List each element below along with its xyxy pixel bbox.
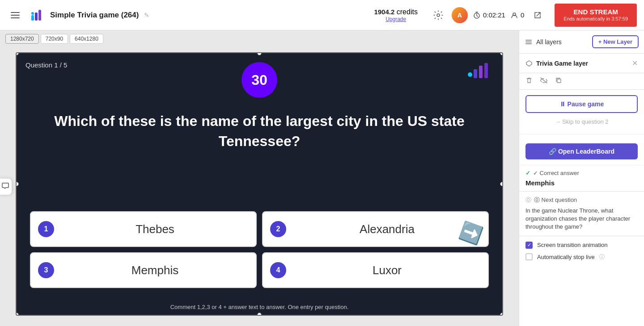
correct-answer-heading: ✓ Correct answer	[533, 170, 579, 176]
open-external-button[interactable]	[530, 7, 546, 23]
edit-title-icon[interactable]: ✎	[144, 12, 149, 19]
resize-handle-br[interactable]	[500, 313, 503, 316]
layers-icon	[525, 38, 533, 46]
layer-close-button[interactable]: ✕	[632, 59, 638, 67]
auto-stop-label: Automatically stop live	[537, 254, 595, 260]
answer-1-number: 1	[38, 221, 54, 237]
answer-3[interactable]: 3 Memphis	[30, 252, 257, 288]
svg-point-8	[437, 14, 440, 17]
pause-game-button[interactable]: ⏸ Pause game	[525, 95, 638, 113]
next-question-heading: ⓪ Next question	[534, 196, 577, 204]
answer-2-text: Alexandria	[293, 222, 481, 236]
end-stream-button[interactable]: END STREAM Ends automatically in 3:57:59	[555, 4, 637, 27]
credits-label: credits	[397, 8, 418, 16]
next-question-label: ⓪ ⓪ Next question	[525, 196, 638, 204]
res-tab-1280[interactable]: 1280x720	[5, 34, 39, 44]
viewers-number: 0	[521, 11, 524, 19]
svg-rect-17	[525, 43, 532, 44]
answer-1-text: Thebes	[61, 222, 249, 236]
svg-rect-6	[38, 10, 41, 21]
answer-4[interactable]: 4 Luxor	[262, 252, 489, 288]
settings-button[interactable]	[430, 7, 446, 23]
app-logo	[29, 7, 45, 23]
resize-handle-ml[interactable]	[16, 182, 19, 186]
settings-section: ✓ Screen transition animation Automatica…	[519, 236, 644, 271]
duplicate-layer-button[interactable]	[555, 77, 562, 86]
chat-panel-toggle[interactable]	[0, 179, 12, 195]
correct-answer-value: Memphis	[525, 179, 638, 187]
svg-rect-0	[11, 12, 20, 13]
svg-rect-14	[484, 63, 488, 78]
canvas-wrapper: Question 1 / 5 30 Which of these is the …	[0, 47, 519, 326]
timer-value: 0:02:21	[483, 11, 505, 19]
resize-handle-tr[interactable]	[500, 52, 503, 55]
upgrade-link[interactable]: Upgrade	[374, 16, 417, 22]
delete-layer-button[interactable]	[525, 77, 533, 86]
svg-point-11	[468, 72, 472, 77]
svg-rect-15	[525, 40, 532, 41]
res-tab-640[interactable]: 640x1280	[70, 34, 103, 44]
svg-rect-1	[11, 15, 20, 16]
timer-circle: 30	[242, 62, 277, 98]
resize-handle-bl[interactable]	[16, 313, 19, 316]
all-layers-tab[interactable]: All layers	[536, 38, 562, 46]
screen-transition-checkbox[interactable]: ✓	[525, 242, 533, 249]
canvas-frame: Question 1 / 5 30 Which of these is the …	[16, 52, 503, 316]
auto-stop-info-icon[interactable]: ⓘ	[599, 253, 605, 261]
checkmark-icon: ✓	[525, 170, 530, 176]
svg-point-7	[31, 12, 34, 15]
res-tab-720[interactable]: 720x90	[41, 34, 68, 44]
new-layer-button[interactable]: + New Layer	[592, 35, 639, 48]
canvas-area: 1280x720 720x90 640x1280 Question 1 / 5	[0, 30, 519, 326]
resize-handle-bc[interactable]	[257, 313, 262, 316]
svg-rect-12	[474, 69, 477, 78]
game-controls-section: ⏸ Pause game → Skip to question 2	[519, 90, 644, 134]
resize-handle-tl[interactable]	[16, 52, 19, 55]
correct-answer-label: ✓ ✓ Correct answer	[525, 170, 638, 176]
skip-question-button: → Skip to question 2	[525, 115, 638, 129]
question-text: Which of these is the name of the larges…	[43, 111, 475, 151]
panel-tabs: All layers + New Layer	[519, 30, 644, 54]
end-stream-subtitle: Ends automatically in 3:57:59	[564, 16, 628, 22]
svg-marker-18	[526, 61, 532, 66]
auto-stop-row: Automatically stop live ⓘ	[525, 253, 638, 261]
timer-display: 30	[251, 72, 267, 88]
user-avatar[interactable]: A	[452, 7, 468, 23]
answer-3-number: 3	[38, 262, 54, 278]
trivia-layer-icon	[525, 60, 533, 67]
comment-hint: Comment 1,2,3 or 4 + answer text to answ…	[17, 304, 502, 310]
next-question-section: ⓪ ⓪ Next question In the game Nuclear Th…	[519, 192, 644, 236]
answer-2[interactable]: 2 Alexandria	[262, 211, 489, 247]
menu-button[interactable]	[7, 7, 23, 23]
svg-rect-19	[557, 79, 561, 83]
answer-4-number: 4	[270, 262, 286, 278]
next-question-text: In the game Nuclear Throne, what organiz…	[525, 207, 638, 231]
answer-4-text: Luxor	[293, 263, 481, 277]
end-stream-label: END STREAM	[564, 8, 628, 16]
svg-rect-16	[525, 42, 532, 42]
svg-rect-2	[11, 17, 20, 18]
credits-display: 1904.2 credits Upgrade	[374, 8, 417, 22]
answers-grid: 1 Thebes 2 Alexandria 3 Memphis 4 Luxor	[30, 211, 489, 288]
resize-handle-mr[interactable]	[500, 182, 503, 186]
auto-stop-checkbox[interactable]	[525, 253, 533, 260]
credits-amount: 1904.2	[374, 8, 394, 16]
correct-answer-section: ✓ ✓ Correct answer Memphis	[519, 165, 644, 192]
resize-handle-tc[interactable]	[257, 52, 262, 55]
open-leaderboard-button[interactable]: 🔗 Open LeaderBoard	[525, 143, 638, 159]
logo-watermark	[466, 62, 489, 80]
svg-rect-4	[31, 15, 34, 21]
header: Simple Trivia game (264) ✎ 1904.2 credit…	[0, 0, 644, 30]
answer-1[interactable]: 1 Thebes	[30, 211, 257, 247]
right-panel: All layers + New Layer Trivia Game layer…	[519, 30, 644, 326]
svg-rect-13	[479, 66, 483, 78]
visibility-toggle-button[interactable]	[540, 77, 548, 86]
logo-icon	[29, 7, 45, 23]
app-title: Simple Trivia game (264)	[50, 11, 139, 20]
layer-title: Trivia Game layer	[536, 60, 628, 67]
resolution-tabs: 1280x720 720x90 640x1280	[0, 34, 519, 47]
leaderboard-section: 🔗 Open LeaderBoard	[519, 134, 644, 165]
next-question-icon: ⓪	[525, 196, 531, 204]
layer-action-bar	[519, 73, 644, 90]
answer-3-text: Memphis	[61, 263, 249, 277]
